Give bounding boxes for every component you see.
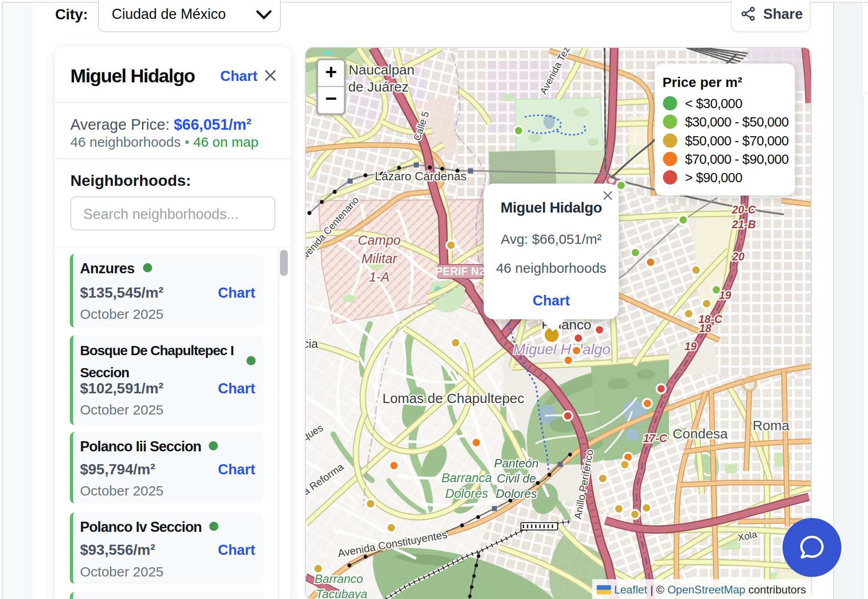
svg-text:cia: cia <box>306 337 318 351</box>
svg-text:Civil de: Civil de <box>497 472 536 485</box>
svg-text:Miguel Hidalgo: Miguel Hidalgo <box>513 341 611 357</box>
svg-text:18: 18 <box>699 322 712 334</box>
svg-text:20: 20 <box>732 250 745 263</box>
svg-text:Barranca: Barranca <box>441 471 492 485</box>
svg-text:20-C: 20-C <box>731 203 756 216</box>
svg-text:Panteón: Panteón <box>494 456 539 470</box>
svg-text:Lázaro Cárdenas: Lázaro Cárdenas <box>375 169 466 183</box>
svg-text:Barranco: Barranco <box>314 572 363 586</box>
svg-text:17-C: 17-C <box>643 432 668 444</box>
svg-text:PERIF N2: PERIF N2 <box>435 265 485 277</box>
svg-text:Militar: Militar <box>361 251 398 266</box>
svg-text:Lomas de Chapultepec: Lomas de Chapultepec <box>383 391 525 406</box>
svg-text:Campo: Campo <box>358 233 401 248</box>
svg-text:Dolores: Dolores <box>445 487 488 501</box>
svg-text:Dolores: Dolores <box>496 487 537 501</box>
svg-text:21-B: 21-B <box>731 218 756 230</box>
svg-text:Tacubaya: Tacubaya <box>316 587 367 599</box>
svg-text:de Juárez: de Juárez <box>348 79 409 94</box>
svg-text:Condesa: Condesa <box>673 426 728 441</box>
svg-text:Naucalpan: Naucalpan <box>348 62 414 77</box>
svg-text:1-A: 1-A <box>369 270 389 284</box>
svg-text:19: 19 <box>685 340 697 352</box>
svg-text:Roma: Roma <box>753 418 789 433</box>
